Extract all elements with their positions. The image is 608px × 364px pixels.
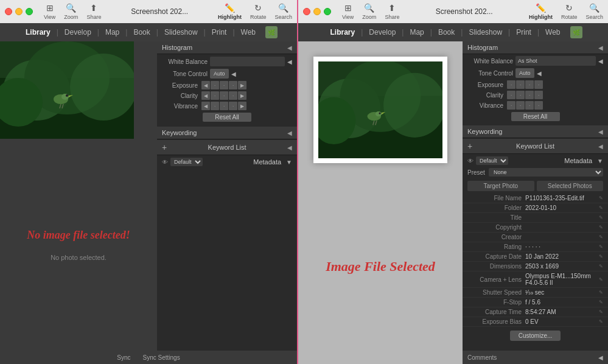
right-nav-library[interactable]: Library bbox=[324, 23, 361, 41]
right-close-button[interactable] bbox=[303, 8, 310, 15]
right-tone-auto-button[interactable]: Auto bbox=[515, 68, 534, 78]
rotate-button[interactable]: ↻ Rotate bbox=[250, 3, 267, 20]
meta-field-label: F-Stop bbox=[467, 299, 525, 306]
right-nav-web[interactable]: Web bbox=[539, 23, 566, 41]
close-button[interactable] bbox=[5, 8, 12, 15]
meta-edit-icon[interactable]: ✎ bbox=[599, 299, 603, 305]
meta-field-row: Copyright✎ bbox=[463, 223, 608, 233]
meta-field-label: Dimensions bbox=[467, 263, 525, 270]
sync-button[interactable]: Sync bbox=[117, 354, 130, 361]
metadata-preset-select[interactable]: Default bbox=[170, 158, 203, 166]
clarity-slider[interactable]: ◀ · · · ▶ bbox=[201, 91, 246, 100]
right-clarity-row: Clarity · · · · bbox=[467, 91, 603, 99]
highlight-button[interactable]: ✏️ Highlight bbox=[218, 3, 242, 20]
meta-edit-icon[interactable]: ✎ bbox=[599, 205, 603, 211]
no-image-area: No image file selected! No photo selecte… bbox=[0, 139, 157, 351]
sync-settings-button[interactable]: Sync Settings bbox=[143, 354, 180, 361]
right-keyword-list-header[interactable]: + Keyword List ◀ bbox=[463, 139, 608, 154]
right-reset-all-button[interactable]: Reset All bbox=[511, 112, 560, 121]
right-share-button[interactable]: ⬆ Share bbox=[385, 3, 399, 20]
left-bottom-bar: Sync Sync Settings bbox=[0, 351, 297, 364]
meta-edit-icon[interactable]: ✎ bbox=[599, 290, 603, 295]
view-button[interactable]: ⊞ View bbox=[44, 3, 55, 20]
target-photo-button[interactable]: Target Photo bbox=[467, 181, 534, 191]
right-histogram-header[interactable]: Histogram ◀ bbox=[463, 41, 608, 54]
right-center-area: Image File Selected bbox=[298, 41, 463, 364]
right-maximize-button[interactable] bbox=[324, 8, 331, 15]
left-image-preview bbox=[0, 41, 134, 139]
right-metadata-row: 👁 Default Metadata ▼ bbox=[463, 155, 608, 166]
meta-edit-icon[interactable]: ✎ bbox=[599, 319, 603, 324]
meta-field-value: 2503 x 1669 bbox=[525, 263, 599, 270]
left-image-area: No image file selected! No photo selecte… bbox=[0, 41, 157, 351]
zoom-button[interactable]: 🔍 Zoom bbox=[64, 3, 78, 20]
nav-print[interactable]: Print bbox=[206, 23, 233, 41]
nav-map[interactable]: Map bbox=[99, 23, 125, 41]
right-zoom-button[interactable]: 🔍 Zoom bbox=[362, 3, 376, 20]
white-balance-control[interactable] bbox=[210, 57, 285, 66]
exposure-slider[interactable]: ◀ · · · ▶ bbox=[201, 81, 246, 89]
right-eye-icon[interactable]: 👁 bbox=[467, 158, 473, 164]
left-panel: ⊞ View 🔍 Zoom ⬆ Share Screenshot 202... … bbox=[0, 0, 298, 364]
nav-slideshow[interactable]: Slideshow bbox=[158, 23, 204, 41]
meta-field-row: F-Stopf / 5.6✎ bbox=[463, 298, 608, 307]
left-histogram-header[interactable]: Histogram ◀ bbox=[157, 41, 297, 54]
minimize-button[interactable] bbox=[15, 8, 23, 15]
nav-library[interactable]: Library bbox=[19, 23, 57, 41]
tone-auto-button[interactable]: Auto bbox=[210, 69, 229, 79]
meta-field-label: Rating bbox=[467, 243, 525, 250]
search-icon: 🔍 bbox=[278, 3, 288, 13]
eye-icon[interactable]: 👁 bbox=[162, 159, 168, 166]
customize-button[interactable]: Customize... bbox=[510, 331, 561, 341]
meta-edit-icon[interactable]: ✎ bbox=[599, 254, 603, 259]
reset-all-button[interactable]: Reset All bbox=[203, 113, 251, 122]
meta-edit-icon[interactable]: ✎ bbox=[599, 195, 603, 201]
nav-web[interactable]: Web bbox=[235, 23, 262, 41]
meta-field-value: 0 EV bbox=[525, 318, 599, 325]
left-keywording-header[interactable]: Keywording ◀ bbox=[157, 127, 297, 139]
preset-select[interactable]: None bbox=[489, 168, 603, 177]
right-wb-control[interactable]: As Shot bbox=[515, 56, 596, 66]
right-metadata-preset-select[interactable]: Default bbox=[476, 156, 508, 165]
right-exposure-slider[interactable]: · · · · bbox=[507, 80, 543, 89]
right-highlight-button[interactable]: ✏️ Highlight bbox=[529, 3, 553, 20]
right-rotate-button[interactable]: ↻ Rotate bbox=[561, 3, 578, 20]
right-minimize-button[interactable] bbox=[313, 8, 321, 15]
right-vibrance-slider[interactable]: · · · · bbox=[507, 101, 543, 110]
right-keywording-header[interactable]: Keywording ◀ bbox=[463, 125, 608, 138]
nav-book[interactable]: Book bbox=[127, 23, 156, 41]
maximize-button[interactable] bbox=[26, 8, 33, 15]
share-button[interactable]: ⬆ Share bbox=[86, 3, 101, 20]
meta-field-label: Shutter Speed bbox=[467, 289, 525, 296]
meta-edit-icon[interactable]: ✎ bbox=[599, 234, 603, 240]
meta-edit-icon[interactable]: ✎ bbox=[599, 215, 603, 220]
keyword-plus[interactable]: + bbox=[162, 142, 167, 152]
meta-field-label: Capture Time bbox=[467, 309, 525, 315]
meta-edit-icon[interactable]: ✎ bbox=[599, 309, 603, 315]
vibrance-slider[interactable]: ◀ · · · ▶ bbox=[201, 102, 246, 110]
meta-field-label: File Name bbox=[467, 195, 525, 201]
selected-photos-button[interactable]: Selected Photos bbox=[537, 181, 604, 191]
right-nav-bar: Library | Develop | Map | Book | Slidesh… bbox=[298, 23, 608, 41]
meta-edit-icon[interactable]: ✎ bbox=[599, 264, 603, 269]
right-nav-slideshow[interactable]: Slideshow bbox=[463, 23, 508, 41]
meta-edit-icon[interactable]: ✎ bbox=[599, 244, 603, 250]
nav-develop[interactable]: Develop bbox=[58, 23, 97, 41]
white-balance-section: White Balance ◀ Tone Control Auto ◀ Expo… bbox=[157, 54, 297, 127]
meta-edit-icon[interactable]: ✎ bbox=[599, 225, 603, 230]
right-view-button[interactable]: ⊞ View bbox=[342, 3, 354, 20]
left-keyword-list-header[interactable]: + Keyword List ◀ bbox=[157, 140, 297, 155]
comments-arrow: ◀ bbox=[598, 354, 603, 361]
right-nav-book[interactable]: Book bbox=[432, 23, 461, 41]
meta-field-label: Folder bbox=[467, 205, 525, 211]
right-keyword-plus[interactable]: + bbox=[467, 141, 472, 151]
right-search-button[interactable]: 🔍 Search bbox=[585, 3, 603, 20]
meta-edit-icon[interactable]: ✎ bbox=[599, 277, 603, 282]
right-clarity-slider[interactable]: · · · · bbox=[507, 91, 543, 99]
right-nav-develop[interactable]: Develop bbox=[363, 23, 402, 41]
meta-field-value: ¹⁄₅₉ sec bbox=[525, 289, 599, 296]
right-nav-map[interactable]: Map bbox=[404, 23, 430, 41]
right-nav-print[interactable]: Print bbox=[510, 23, 537, 41]
search-button[interactable]: 🔍 Search bbox=[274, 3, 292, 20]
meta-field-row: Shutter Speed¹⁄₅₉ sec✎ bbox=[463, 288, 608, 298]
